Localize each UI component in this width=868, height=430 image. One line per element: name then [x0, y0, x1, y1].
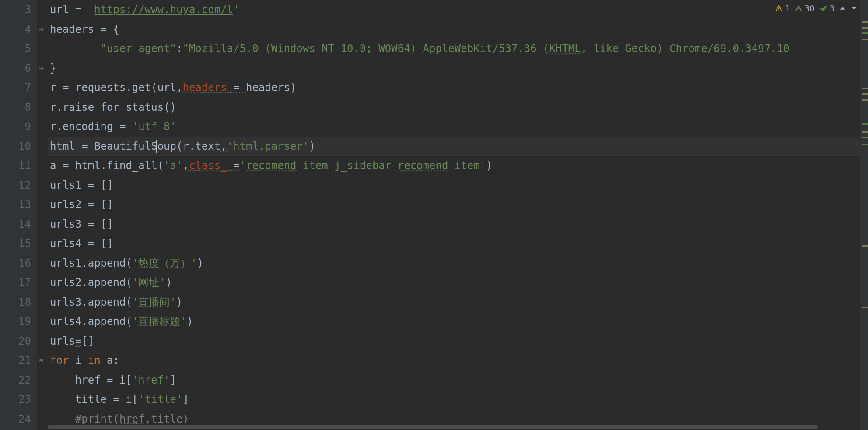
code-line[interactable]: r.raise_for_status(): [48, 98, 868, 117]
line-number[interactable]: 24: [0, 409, 31, 429]
line-number[interactable]: 13: [0, 195, 31, 215]
inspection-next[interactable]: [850, 5, 858, 12]
inspection-mark[interactable]: [862, 27, 868, 29]
code-token: r = requests.get(url: [50, 81, 176, 94]
line-number[interactable]: 16: [0, 254, 31, 273]
code-line[interactable]: urls1 = []: [48, 176, 868, 195]
code-token: r.encoding =: [50, 120, 132, 133]
code-token: i: [75, 354, 88, 367]
horizontal-scrollbar-thumb[interactable]: [48, 425, 818, 429]
line-number[interactable]: 17: [0, 273, 31, 293]
code-line[interactable]: urls=[]: [48, 331, 868, 351]
line-number[interactable]: 7: [0, 78, 31, 98]
line-number[interactable]: 19: [0, 312, 31, 331]
code-line[interactable]: urls3.append('直播间'): [48, 293, 868, 312]
line-number[interactable]: 9: [0, 117, 31, 137]
line-number[interactable]: 22: [0, 370, 31, 390]
code-line[interactable]: urls1.append('热度（万）'): [48, 254, 868, 273]
code-line[interactable]: urls3 = []: [48, 215, 868, 234]
inspection-mark[interactable]: [862, 88, 868, 89]
inspection-mark[interactable]: [862, 137, 868, 138]
code-token: href = i[: [50, 374, 132, 386]
inspection-warning-weak[interactable]: 30: [794, 0, 815, 18]
line-number[interactable]: 5: [0, 39, 31, 59]
inspection-typo[interactable]: 3: [819, 0, 835, 18]
code-area[interactable]: url = 'https://www.huya.com/l'headers = …: [48, 0, 868, 430]
inspection-mark[interactable]: [862, 32, 868, 34]
code-token: 'title': [138, 393, 182, 405]
fold-toggle-icon[interactable]: ⊟: [38, 65, 44, 71]
line-number[interactable]: 8: [0, 98, 31, 117]
code-token: }: [50, 62, 56, 74]
fold-gutter[interactable]: ⊟⊟⊟: [37, 0, 48, 430]
inspection-mark[interactable]: [862, 307, 868, 308]
inspection-mark[interactable]: [862, 123, 868, 125]
code-line[interactable]: url = 'https://www.huya.com/l': [48, 0, 868, 20]
inspection-prev[interactable]: [839, 5, 846, 12]
code-line[interactable]: for i in a:: [48, 351, 868, 370]
inspection-summary-bar[interactable]: 1 30 3: [775, 2, 858, 15]
code-line[interactable]: href = i['href']: [48, 370, 868, 390]
inspection-mark[interactable]: [862, 93, 868, 95]
text-caret: [156, 140, 157, 153]
code-token: ): [197, 257, 203, 269]
code-token: r.raise_for_status(): [50, 101, 176, 113]
inspection-mark[interactable]: [862, 21, 868, 23]
line-number[interactable]: 11: [0, 156, 31, 176]
line-number[interactable]: 6: [0, 59, 31, 78]
code-line[interactable]: a = html.find_all('a',class_ ='recomend-…: [48, 156, 868, 176]
inspection-mark[interactable]: [862, 131, 868, 133]
code-token: urls: [50, 335, 75, 347]
code-line[interactable]: "user-agent":"Mozilla/5.0 (Windows NT 10…: [48, 39, 868, 59]
code-line[interactable]: headers = {: [48, 20, 868, 39]
inspection-warning-strong[interactable]: 1: [775, 0, 790, 18]
inspection-mark[interactable]: [862, 245, 868, 247]
code-token: "user-agent": [101, 42, 176, 55]
inspection-mark[interactable]: [862, 99, 868, 101]
code-token: https://www.huya.com/l: [94, 4, 233, 16]
code-line[interactable]: urls4 = []: [48, 234, 868, 254]
code-token: urls3 = []: [50, 218, 113, 230]
line-number[interactable]: 21: [0, 351, 31, 370]
line-number[interactable]: 14: [0, 215, 31, 234]
code-line[interactable]: }: [48, 59, 868, 78]
line-number[interactable]: 10: [0, 137, 31, 156]
code-token: urls2.append(: [50, 276, 132, 289]
code-line[interactable]: urls4.append('直播标题'): [48, 312, 868, 331]
code-token: href: [119, 413, 145, 425]
code-token: urls1.append(: [50, 257, 132, 269]
code-editor[interactable]: 3456789101112131415161718192021222324 ⊟⊟…: [0, 0, 868, 430]
code-line[interactable]: urls2 = []: [48, 195, 868, 215]
code-line[interactable]: r = requests.get(url,headers = headers): [48, 78, 868, 98]
line-number[interactable]: 4: [0, 20, 31, 39]
code-line[interactable]: html = BeautifulSoup(r.text,'html.parser…: [48, 137, 868, 156]
code-token: ': [88, 4, 94, 16]
code-token: =: [75, 335, 81, 347]
code-line[interactable]: urls2.append('网址'): [48, 273, 868, 293]
code-token: ]: [170, 374, 176, 386]
inspection-warning-weak-count: 30: [805, 0, 815, 18]
line-number[interactable]: 23: [0, 390, 31, 409]
weak-warning-icon: [794, 4, 802, 12]
code-line[interactable]: title = i['title']: [48, 390, 868, 409]
line-number[interactable]: 3: [0, 0, 31, 20]
line-number[interactable]: 20: [0, 331, 31, 351]
line-number[interactable]: 15: [0, 234, 31, 254]
fold-toggle-icon[interactable]: ⊟: [38, 357, 44, 363]
inspection-typo-count: 3: [830, 0, 835, 18]
horizontal-scrollbar[interactable]: [48, 424, 856, 430]
line-number[interactable]: 12: [0, 176, 31, 195]
code-token: =: [227, 159, 240, 172]
line-number[interactable]: 18: [0, 293, 31, 312]
inspection-mark[interactable]: [862, 39, 868, 40]
code-token: url =: [50, 4, 88, 16]
code-token: 'a': [164, 159, 182, 172]
code-token: 'html.parser': [227, 140, 309, 152]
inspection-mark[interactable]: [862, 144, 868, 145]
inspection-stripe[interactable]: [860, 0, 868, 430]
code-token: headers): [246, 81, 297, 94]
fold-toggle-icon[interactable]: ⊟: [38, 26, 44, 32]
line-number-gutter[interactable]: 3456789101112131415161718192021222324: [0, 0, 37, 430]
code-token: html = BeautifulSoup(r.text: [50, 140, 220, 152]
code-line[interactable]: r.encoding = 'utf-8': [48, 117, 868, 137]
